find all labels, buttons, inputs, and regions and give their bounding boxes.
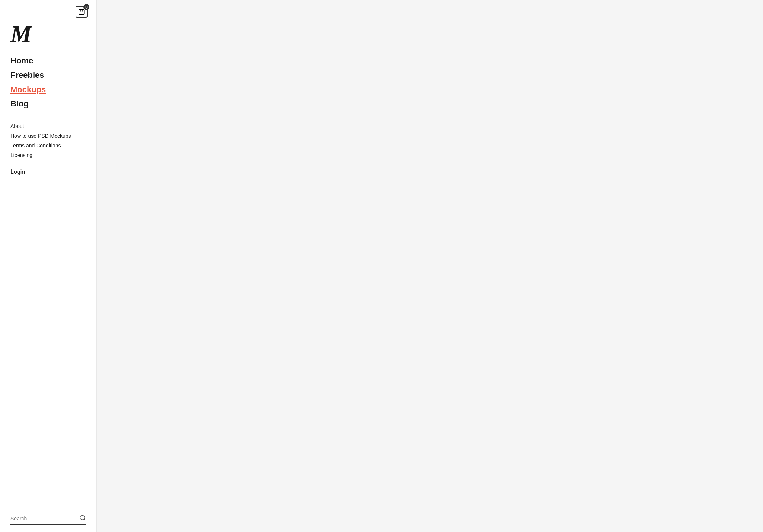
cart-icon[interactable]: 0 [76, 6, 88, 18]
nav-terms[interactable]: Terms and Conditions [10, 143, 86, 149]
search-icon [79, 515, 86, 523]
nav-licensing[interactable]: Licensing [10, 152, 86, 158]
cart-badge: 0 [83, 4, 89, 10]
sidebar: 0 M Home Freebies Mockups Blog About How… [0, 0, 97, 532]
logo[interactable]: M [10, 22, 86, 46]
nav-about[interactable]: About [10, 123, 86, 129]
main-content [97, 0, 763, 532]
svg-line-2 [84, 519, 85, 520]
nav-home[interactable]: Home [10, 55, 86, 67]
main-nav: Home Freebies Mockups Blog [0, 55, 96, 113]
nav-mockups[interactable]: Mockups [10, 84, 86, 96]
login-link[interactable]: Login [10, 169, 25, 175]
svg-rect-0 [79, 9, 84, 15]
login-area: Login [0, 158, 96, 175]
search-input[interactable] [10, 516, 79, 522]
secondary-nav: About How to use PSD Mockups Terms and C… [0, 113, 96, 158]
nav-blog[interactable]: Blog [10, 98, 86, 110]
search-area [0, 492, 96, 525]
nav-how-to[interactable]: How to use PSD Mockups [10, 133, 86, 139]
nav-freebies[interactable]: Freebies [10, 70, 86, 81]
svg-point-1 [80, 515, 85, 520]
